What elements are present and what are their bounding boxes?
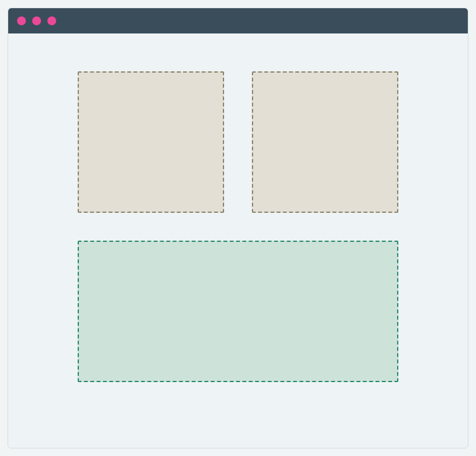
window-control-minimize-icon[interactable] <box>32 16 41 25</box>
placeholder-box-bottom <box>78 241 398 382</box>
window-titlebar <box>8 8 468 33</box>
placeholder-box-top-left <box>78 71 224 213</box>
layout-top-row <box>71 71 405 213</box>
browser-window <box>8 8 468 448</box>
window-control-close-icon[interactable] <box>17 16 26 25</box>
window-control-maximize-icon[interactable] <box>47 16 56 25</box>
window-content <box>8 33 468 448</box>
placeholder-box-top-right <box>252 71 398 213</box>
